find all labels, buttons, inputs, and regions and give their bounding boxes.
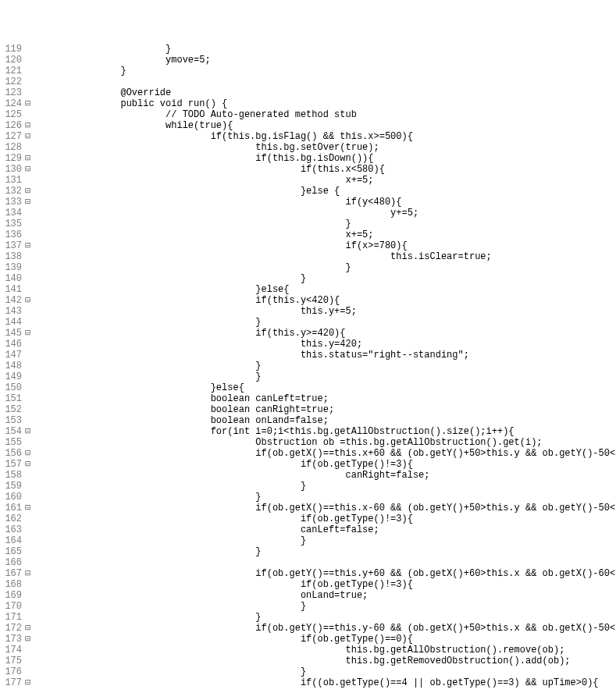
code-line[interactable]: this.y+=5;	[30, 306, 616, 317]
code-line[interactable]: boolean onLand=false;	[30, 415, 616, 426]
code-line[interactable]: if(x>=780){	[30, 240, 616, 251]
fold-marker[interactable]: ⊟	[25, 240, 30, 251]
code-line[interactable]: if(this.bg.isFlag() && this.x>=500){	[30, 131, 616, 142]
code-line[interactable]: onLand=true;	[30, 590, 616, 601]
code-line[interactable]: }	[30, 612, 616, 623]
code-line[interactable]: @Override	[30, 87, 616, 98]
fold-marker[interactable]: ⊟	[25, 153, 30, 164]
code-line[interactable]: if(this.y<420){	[30, 295, 616, 306]
fold-marker	[25, 535, 30, 546]
code-line[interactable]: if(ob.getX()==this.x+60 && (ob.getY()+50…	[30, 448, 616, 459]
code-line[interactable]: }	[30, 666, 616, 677]
fold-marker[interactable]: ⊟	[25, 186, 30, 197]
fold-marker	[25, 66, 30, 76]
code-line[interactable]: for(int i=0;i<this.bg.getAllObstruction(…	[30, 426, 616, 437]
code-line[interactable]: public void run() {	[30, 98, 616, 109]
line-number: 123	[0, 87, 22, 98]
line-number-gutter: 1191201211221231241251261271281291301311…	[0, 44, 25, 688]
fold-marker	[25, 481, 30, 492]
code-line[interactable]: if(this.x<580){	[30, 164, 616, 175]
code-line[interactable]: if(ob.getType()!=3){	[30, 459, 616, 470]
code-line[interactable]: }	[30, 317, 616, 328]
fold-marker[interactable]: ⊟	[25, 197, 30, 208]
fold-marker[interactable]: ⊟	[25, 568, 30, 579]
code-line[interactable]: this.bg.getAllObstruction().remove(ob);	[30, 645, 616, 656]
code-line[interactable]: }	[30, 361, 616, 371]
line-number: 170	[0, 601, 22, 612]
code-line[interactable]: }	[30, 273, 616, 284]
code-line[interactable]: this.bg.getRemovedObstruction().add(ob);	[30, 656, 616, 666]
code-line[interactable]: }	[30, 481, 616, 492]
code-line[interactable]: }	[30, 371, 616, 382]
code-line[interactable]	[30, 76, 616, 87]
fold-marker[interactable]: ⊟	[25, 426, 30, 437]
fold-marker	[25, 382, 30, 393]
code-line[interactable]: this.isClear=true;	[30, 251, 616, 262]
line-number: 151	[0, 393, 22, 404]
code-line[interactable]: if(ob.getType()!=3){	[30, 514, 616, 524]
code-line[interactable]: if(y<480){	[30, 197, 616, 208]
fold-marker	[25, 317, 30, 328]
code-line[interactable]: }	[30, 601, 616, 612]
line-number: 160	[0, 492, 22, 503]
code-line[interactable]: if(ob.getType()!=3){	[30, 579, 616, 590]
fold-marker[interactable]: ⊟	[25, 623, 30, 634]
code-line[interactable]: if(this.bg.isDown()){	[30, 153, 616, 164]
code-line[interactable]: canRight=false;	[30, 470, 616, 481]
code-line[interactable]: if((ob.getType()==4 || ob.getType()==3) …	[30, 677, 616, 688]
line-number: 136	[0, 229, 22, 240]
code-line[interactable]: }else {	[30, 186, 616, 197]
fold-marker	[25, 262, 30, 273]
line-number: 121	[0, 66, 22, 76]
fold-marker[interactable]: ⊟	[25, 448, 30, 459]
code-line[interactable]: this.status="right--standing";	[30, 350, 616, 361]
fold-marker	[25, 666, 30, 677]
code-content[interactable]: } ymove=5; } @Override public void run()…	[30, 44, 616, 688]
fold-marker[interactable]: ⊟	[25, 634, 30, 645]
code-line[interactable]: boolean canLeft=true;	[30, 393, 616, 404]
fold-marker[interactable]: ⊟	[25, 120, 30, 131]
code-line[interactable]: if(ob.getY()==this.y-60 && (ob.getX()+50…	[30, 623, 616, 634]
fold-marker[interactable]: ⊟	[25, 503, 30, 514]
code-line[interactable]: canLeft=false;	[30, 524, 616, 535]
fold-marker[interactable]: ⊟	[25, 295, 30, 306]
code-line[interactable]: if(this.y>=420){	[30, 328, 616, 339]
code-line[interactable]: y+=5;	[30, 208, 616, 219]
code-line[interactable]: x+=5;	[30, 175, 616, 186]
code-line[interactable]: }	[30, 535, 616, 546]
code-line[interactable]: // TODO Auto-generated method stub	[30, 109, 616, 120]
code-line[interactable]: x+=5;	[30, 229, 616, 240]
code-line[interactable]: Obstruction ob =this.bg.getAllObstructio…	[30, 437, 616, 448]
fold-marker[interactable]: ⊟	[25, 98, 30, 109]
code-line[interactable]: boolean canRight=true;	[30, 404, 616, 415]
code-editor[interactable]: 1191201211221231241251261271281291301311…	[0, 44, 616, 688]
line-number: 130	[0, 164, 22, 175]
fold-marker[interactable]: ⊟	[25, 328, 30, 339]
fold-marker	[25, 306, 30, 317]
fold-marker	[25, 284, 30, 295]
code-line[interactable]: if(ob.getY()==this.y+60 && (ob.getX()+60…	[30, 568, 616, 579]
fold-marker[interactable]: ⊟	[25, 164, 30, 175]
line-number: 119	[0, 44, 22, 55]
code-line[interactable]: this.y=420;	[30, 339, 616, 350]
fold-marker[interactable]: ⊟	[25, 677, 30, 688]
code-line[interactable]: }else{	[30, 382, 616, 393]
fold-marker[interactable]: ⊟	[25, 459, 30, 470]
code-line[interactable]: }	[30, 219, 616, 229]
code-line[interactable]: this.bg.setOver(true);	[30, 142, 616, 153]
code-line[interactable]: }	[30, 546, 616, 557]
code-line[interactable]: }	[30, 492, 616, 503]
fold-marker[interactable]: ⊟	[25, 131, 30, 142]
code-line[interactable]: }	[30, 66, 616, 76]
line-number: 158	[0, 470, 22, 481]
code-line[interactable]: if(ob.getX()==this.x-60 && (ob.getY()+50…	[30, 503, 616, 514]
code-line[interactable]: ymove=5;	[30, 55, 616, 66]
code-line[interactable]: }	[30, 44, 616, 55]
code-line[interactable]: }	[30, 262, 616, 273]
line-number: 144	[0, 317, 22, 328]
code-line[interactable]: if(ob.getType()==0){	[30, 634, 616, 645]
code-line[interactable]: while(true){	[30, 120, 616, 131]
code-line[interactable]: }else{	[30, 284, 616, 295]
code-line[interactable]	[30, 557, 616, 568]
fold-gutter[interactable]: ⊟⊟⊟⊟⊟⊟⊟⊟⊟⊟⊟⊟⊟⊟⊟⊟⊟⊟	[25, 44, 30, 688]
